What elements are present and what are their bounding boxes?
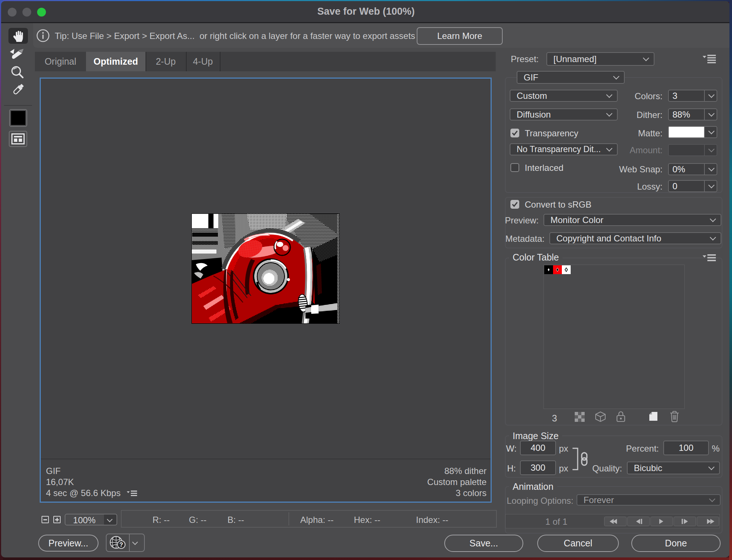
svg-text:?: ? xyxy=(119,542,123,548)
